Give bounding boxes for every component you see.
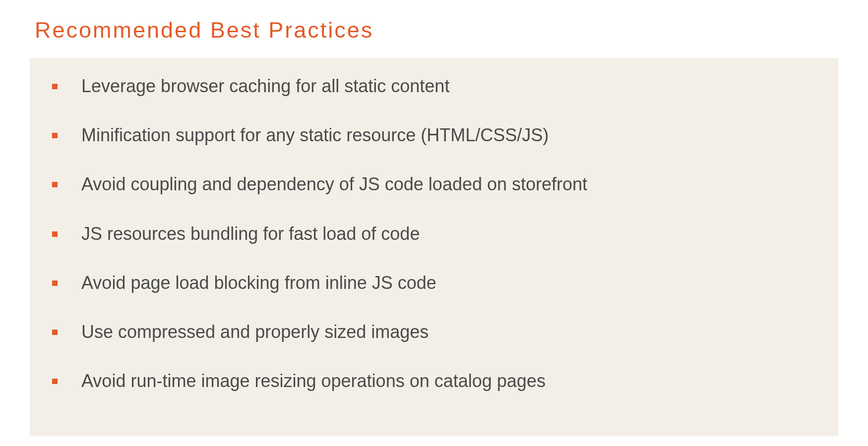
bullet-square-icon [52, 133, 58, 138]
list-item: Avoid page load blocking from inline JS … [52, 272, 818, 293]
bullet-square-icon [52, 231, 58, 237]
bullet-list: Leverage browser caching for all static … [52, 75, 818, 391]
bullet-square-icon [52, 84, 58, 89]
bullet-text: JS resources bundling for fast load of c… [81, 223, 420, 244]
list-item: Avoid run-time image resizing operations… [52, 370, 818, 391]
bullet-square-icon [52, 379, 58, 384]
bullet-text: Avoid run-time image resizing operations… [81, 370, 546, 391]
bullet-text: Use compressed and properly sized images [81, 321, 429, 342]
list-item: JS resources bundling for fast load of c… [52, 223, 818, 244]
list-item: Use compressed and properly sized images [52, 321, 818, 342]
bullet-text: Leverage browser caching for all static … [81, 75, 449, 97]
bullet-text: Avoid coupling and dependency of JS code… [81, 173, 587, 195]
bullet-square-icon [52, 182, 58, 187]
list-item: Minification support for any static reso… [52, 124, 818, 146]
list-item: Avoid coupling and dependency of JS code… [52, 173, 818, 195]
content-panel: Leverage browser caching for all static … [30, 58, 838, 436]
bullet-square-icon [52, 280, 58, 286]
slide-title: Recommended Best Practices [35, 17, 838, 43]
bullet-text: Minification support for any static reso… [81, 124, 549, 146]
bullet-text: Avoid page load blocking from inline JS … [81, 272, 436, 293]
list-item: Leverage browser caching for all static … [52, 75, 818, 97]
bullet-square-icon [52, 330, 58, 335]
